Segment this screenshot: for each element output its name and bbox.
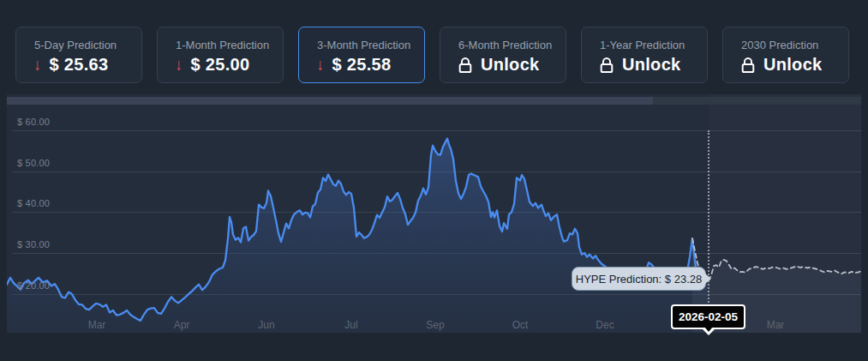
card-title: 6-Month Prediction (458, 39, 566, 51)
prediction-card-3-month[interactable]: 3-Month Prediction ↓ $ 25.58 (298, 27, 425, 83)
scrollbar-track (653, 97, 861, 105)
card-title: 1-Year Prediction (600, 39, 707, 51)
prediction-card-1-month[interactable]: 1-Month Prediction ↓ $ 25.00 (157, 27, 284, 83)
lock-icon (458, 57, 473, 74)
prediction-region-highlight (709, 94, 861, 333)
prediction-tooltip: HYPE Prediction: $ 23.28 (572, 267, 706, 291)
y-tick-label: $ 60.00 (17, 117, 50, 127)
prediction-date-marker-line (708, 130, 709, 333)
y-tick-label: $ 50.00 (17, 158, 50, 168)
unlock-label: Unlock (763, 55, 822, 75)
prediction-tooltip-text: HYPE Prediction: $ 23.28 (576, 273, 702, 286)
card-value: Unlock (599, 55, 707, 75)
x-tick-label: Dec (584, 319, 626, 331)
prediction-card-1-year[interactable]: 1-Year Prediction Unlock (581, 27, 708, 83)
down-arrow-icon: ↓ (175, 57, 183, 73)
prediction-value: $ 25.00 (191, 55, 250, 75)
card-title: 3-Month Prediction (317, 39, 424, 51)
card-value: Unlock (740, 55, 848, 75)
prediction-value: $ 25.58 (332, 55, 392, 75)
lock-icon (599, 57, 614, 74)
date-tooltip-pointer-inner (704, 327, 713, 332)
card-value: ↓ $ 25.00 (175, 55, 283, 75)
date-tooltip-text: 2026-02-05 (679, 310, 738, 323)
prediction-card-6-month[interactable]: 6-Month Prediction Unlock (440, 27, 566, 83)
prediction-value: $ 25.63 (50, 55, 109, 75)
x-tick-label: Sep (415, 319, 456, 331)
x-tick-label: Jun (246, 319, 287, 331)
x-tick-label: Mar (76, 319, 117, 331)
price-chart[interactable]: $ 60.00$ 50.00$ 40.00$ 30.00$ 20.00MarAp… (7, 94, 861, 333)
card-title: 1-Month Prediction (176, 39, 283, 51)
prediction-card-5-day[interactable]: 5-Day Prediction ↓ $ 25.63 (15, 27, 142, 83)
down-arrow-icon: ↓ (33, 57, 42, 73)
unlock-label: Unlock (622, 55, 680, 75)
card-title: 5-Day Prediction (34, 39, 141, 51)
date-tooltip: 2026-02-05 (671, 304, 745, 329)
unlock-label: Unlock (481, 55, 539, 75)
card-value: ↓ $ 25.58 (316, 55, 424, 75)
prediction-cards-row: 5-Day Prediction ↓ $ 25.63 1-Month Predi… (15, 27, 849, 83)
card-title: 2030 Prediction (741, 39, 848, 51)
y-tick-label: $ 40.00 (17, 198, 50, 208)
y-tick-label: $ 20.00 (17, 280, 50, 291)
tooltip-right-pointer (705, 274, 711, 284)
y-tick-label: $ 30.00 (17, 239, 50, 250)
x-tick-label: Mar (755, 319, 796, 331)
chart-scrollbar[interactable] (7, 97, 861, 105)
card-value: Unlock (458, 55, 566, 75)
lock-icon (740, 57, 756, 74)
x-tick-label: Oct (500, 319, 541, 331)
scrollbar-thumb[interactable] (7, 97, 653, 105)
x-tick-label: Apr (161, 319, 202, 331)
prediction-card-2030[interactable]: 2030 Prediction Unlock (722, 27, 849, 83)
card-value: ↓ $ 25.63 (33, 55, 141, 75)
x-tick-label: Jul (331, 319, 372, 331)
down-arrow-icon: ↓ (316, 57, 325, 73)
